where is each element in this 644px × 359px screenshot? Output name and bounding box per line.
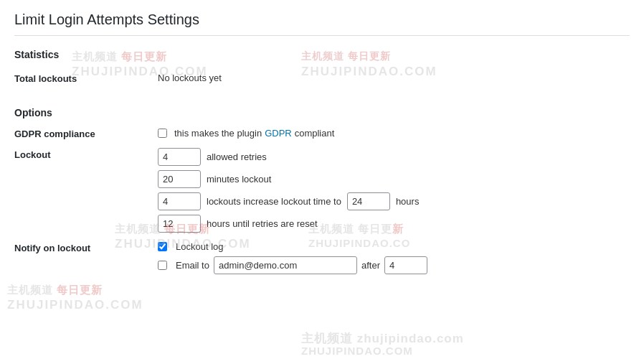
lockout-increase-row: lockouts increase lockout time to hours (158, 192, 622, 210)
lockout-reset-text: hours until retries are reset (207, 218, 318, 229)
gdpr-suffix: compliant (295, 128, 335, 139)
notify-row: Notify on lockout Lockout log Email to a… (14, 237, 630, 279)
total-lockouts-row: Total lockouts No lockouts yet (14, 67, 630, 88)
notify-email-checkbox[interactable] (158, 261, 167, 270)
gdpr-checkbox-label[interactable]: this makes the plugin GDPR compliant (158, 128, 622, 139)
gdpr-description-text: this makes the plugin (174, 128, 262, 139)
watermark-9: 主机频道 每日更新 (7, 284, 103, 297)
gdpr-label: GDPR compliance (14, 123, 158, 144)
notify-log-checkbox[interactable] (158, 242, 167, 251)
notify-after-text: after (361, 260, 380, 271)
lockout-rows: allowed retries minutes lockout lockouts… (158, 148, 622, 233)
notify-email-row: Email to after (158, 256, 622, 274)
lockout-retries-row: allowed retries (158, 148, 622, 166)
lockout-reset-input[interactable] (158, 215, 201, 233)
notify-email-input[interactable] (214, 256, 357, 274)
options-table: Options GDPR compliance this makes the p… (14, 101, 630, 279)
notify-label: Notify on lockout (14, 237, 158, 279)
lockout-row: Lockout allowed retries minutes lockout (14, 144, 630, 237)
lockout-label: Lockout (14, 144, 158, 237)
notify-log-text: Lockout log (176, 241, 224, 252)
lockout-retries-text: allowed retries (207, 151, 267, 162)
lockout-retries-input[interactable] (158, 148, 201, 166)
lockout-hours-text: hours (396, 196, 420, 207)
options-heading-row: Options (14, 101, 630, 123)
lockout-increase-input[interactable] (158, 192, 201, 210)
options-heading: Options (14, 107, 52, 118)
gdpr-cell: this makes the plugin GDPR compliant (158, 123, 630, 144)
total-lockouts-value: No lockouts yet (158, 67, 630, 88)
watermark-11: 主机频道 zhujipindao.com (301, 330, 464, 347)
watermark-10: ZHUJIPINDAO.COM (7, 298, 143, 312)
lockout-minutes-row: minutes lockout (158, 170, 622, 188)
gdpr-row: GDPR compliance this makes the plugin GD… (14, 123, 630, 144)
page-title: Limit Login Attempts Settings (14, 11, 630, 36)
notify-log-row: Lockout log (158, 241, 622, 252)
notify-email-prefix: Email to (176, 260, 209, 271)
notify-cell: Lockout log Email to after (158, 237, 630, 279)
lockout-minutes-text: minutes lockout (207, 174, 271, 185)
notify-after-input[interactable] (384, 256, 427, 274)
lockout-cell: allowed retries minutes lockout lockouts… (158, 144, 630, 237)
gdpr-checkbox[interactable] (158, 129, 167, 138)
watermark-12: ZHUJIPINDAO.COM (301, 345, 413, 357)
notify-rows: Lockout log Email to after (158, 241, 622, 274)
page-wrapper: Limit Login Attempts Settings Statistics… (0, 0, 644, 359)
statistics-table: Total lockouts No lockouts yet (14, 67, 630, 88)
statistics-heading: Statistics (14, 49, 630, 60)
total-lockouts-label: Total lockouts (14, 67, 158, 88)
gdpr-link[interactable]: GDPR (265, 128, 292, 139)
lockout-reset-row: hours until retries are reset (158, 215, 622, 233)
lockout-increase-text: lockouts increase lockout time to (207, 196, 341, 207)
lockout-minutes-input[interactable] (158, 170, 201, 188)
lockout-hours-input[interactable] (347, 192, 390, 210)
